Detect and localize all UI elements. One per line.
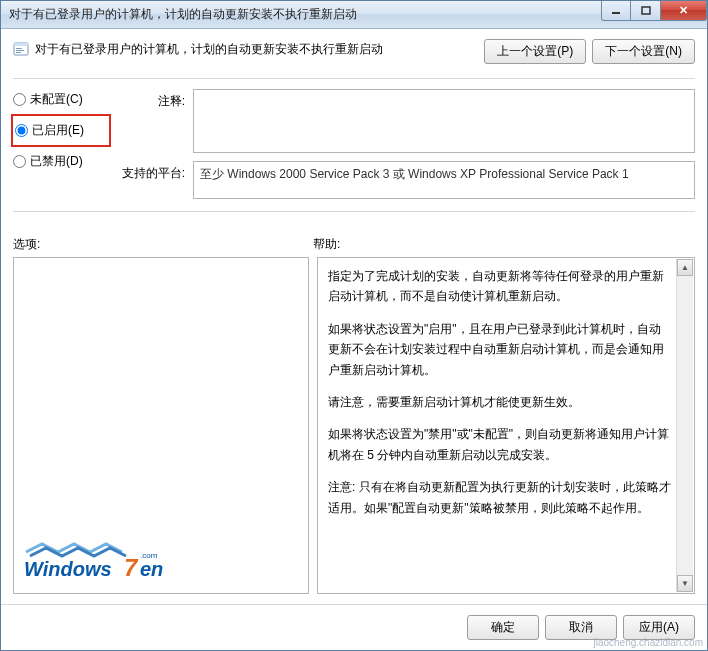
svg-text:7: 7 [124,554,139,581]
dialog-window: 对于有已登录用户的计算机，计划的自动更新安装不执行重新启动 ✕ 对于有已登录用户… [0,0,708,651]
radio-group: 未配置(C) 已启用(E) 已禁用(D) [13,89,103,199]
radio-disabled[interactable]: 已禁用(D) [13,153,103,170]
panel-labels: 选项: 帮助: [13,236,695,253]
dialog-content: 对于有已登录用户的计算机，计划的自动更新安装不执行重新启动 上一个设置(P) 下… [1,29,707,604]
minimize-button[interactable] [601,1,631,21]
radio-disabled-input[interactable] [13,155,26,168]
enabled-highlight: 已启用(E) [11,114,111,147]
svg-rect-6 [16,52,21,53]
svg-text:en: en [140,558,163,580]
comment-row: 注释: [115,89,695,153]
svg-rect-4 [16,48,22,49]
policy-icon [13,41,29,57]
window-title: 对于有已登录用户的计算机，计划的自动更新安装不执行重新启动 [1,6,601,23]
cancel-button[interactable]: 取消 [545,615,617,640]
help-p3: 请注意，需要重新启动计算机才能使更新生效。 [328,392,672,412]
ok-button[interactable]: 确定 [467,615,539,640]
help-p1: 指定为了完成计划的安装，自动更新将等待任何登录的用户重新启动计算机，而不是自动使… [328,266,672,307]
svg-rect-3 [14,43,28,46]
radio-enabled-label: 已启用(E) [32,122,84,139]
previous-setting-button[interactable]: 上一个设置(P) [484,39,586,64]
titlebar[interactable]: 对于有已登录用户的计算机，计划的自动更新安装不执行重新启动 ✕ [1,1,707,29]
svg-rect-5 [16,50,24,51]
svg-text:Windows: Windows [24,558,112,580]
windows7en-logo: Windows 7 en .com [24,538,298,585]
comment-label: 注释: [115,89,185,110]
config-row: 未配置(C) 已启用(E) 已禁用(D) 注释: [13,89,695,199]
platform-value: 至少 Windows 2000 Service Pack 3 或 Windows… [193,161,695,199]
help-p4: 如果将状态设置为"禁用"或"未配置"，则自动更新将通知用户计算机将在 5 分钟内… [328,424,672,465]
svg-text:.com: .com [140,551,158,560]
apply-button[interactable]: 应用(A) [623,615,695,640]
window-controls: ✕ [601,1,707,28]
fields-column: 注释: 支持的平台: 至少 Windows 2000 Service Pack … [115,89,695,199]
nav-buttons: 上一个设置(P) 下一个设置(N) [484,39,695,64]
separator [13,78,695,79]
radio-not-configured-input[interactable] [13,93,26,106]
radio-disabled-label: 已禁用(D) [30,153,83,170]
help-p2: 如果将状态设置为"启用"，且在用户已登录到此计算机时，自动更新不会在计划安装过程… [328,319,672,380]
dialog-footer: 确定 取消 应用(A) jiaocheng.chazidian.com [1,604,707,650]
radio-enabled[interactable]: 已启用(E) [15,122,101,139]
radio-not-configured[interactable]: 未配置(C) [13,91,103,108]
scroll-up-button[interactable]: ▲ [677,259,693,276]
radio-enabled-input[interactable] [15,124,28,137]
radio-not-configured-label: 未配置(C) [30,91,83,108]
policy-title: 对于有已登录用户的计算机，计划的自动更新安装不执行重新启动 [35,39,478,58]
separator-2 [13,211,695,212]
help-label: 帮助: [313,236,613,253]
platform-row: 支持的平台: 至少 Windows 2000 Service Pack 3 或 … [115,161,695,199]
header-row: 对于有已登录用户的计算机，计划的自动更新安装不执行重新启动 上一个设置(P) 下… [13,39,695,64]
scroll-track[interactable] [677,276,693,575]
close-button[interactable]: ✕ [661,1,707,21]
svg-rect-0 [612,12,620,14]
options-panel: Windows 7 en .com [13,257,309,594]
options-label: 选项: [13,236,313,253]
scroll-down-button[interactable]: ▼ [677,575,693,592]
platform-label: 支持的平台: [115,161,185,182]
svg-rect-1 [642,7,650,14]
help-panel: 指定为了完成计划的安装，自动更新将等待任何登录的用户重新启动计算机，而不是自动使… [317,257,695,594]
maximize-button[interactable] [631,1,661,21]
panels: Windows 7 en .com 指定为了完成计划的安装，自动更新将等待任何登… [13,257,695,594]
help-p5: 注意: 只有在将自动更新配置为执行更新的计划安装时，此策略才适用。如果"配置自动… [328,477,672,518]
next-setting-button[interactable]: 下一个设置(N) [592,39,695,64]
help-scrollbar[interactable]: ▲ ▼ [676,259,693,592]
comment-input[interactable] [193,89,695,153]
